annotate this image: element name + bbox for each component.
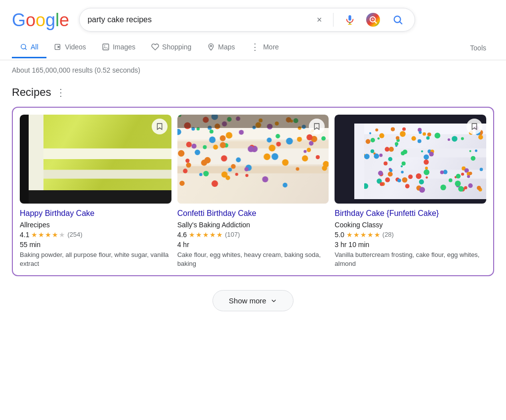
card-2-rating-count: (107) — [225, 231, 240, 238]
card-2-rating: 4.6 ★ ★ ★ ★ ★ (107) — [177, 231, 329, 239]
more-dots-icon: ⋮ — [251, 42, 260, 52]
card-3-time: 3 hr 10 min — [335, 241, 486, 249]
tools-button[interactable]: Tools — [462, 38, 494, 58]
svg-rect-0 — [348, 15, 351, 21]
tab-shopping-label: Shopping — [162, 43, 191, 51]
clear-button[interactable]: × — [314, 15, 324, 25]
cards-container: Happy Birthday Cake Allrecipes 4.1 ★ ★ ★… — [12, 107, 494, 276]
card-3-source: Cooking Classy — [335, 221, 486, 229]
cake1-canvas — [20, 115, 171, 204]
star-1-1: ★ — [31, 231, 38, 239]
tab-more[interactable]: ⋮ More — [243, 36, 287, 60]
card-3-rating-value: 5.0 — [335, 231, 344, 239]
card-1-ingredients: Baking powder, all purpose flour, white … — [20, 251, 171, 268]
recipe-card-1[interactable]: Happy Birthday Cake Allrecipes 4.1 ★ ★ ★… — [20, 115, 171, 268]
card-1-image — [20, 115, 171, 204]
card-1-stars: ★ ★ ★ ★ ★ — [31, 231, 65, 239]
nav-tabs: All Videos Images Shopping Maps ⋮ More T… — [0, 36, 506, 60]
logo-letter-o1: o — [26, 10, 36, 30]
star-2-4: ★ — [210, 231, 216, 239]
recipe-card-3[interactable]: Birthday Cake {Funfetti Cake} Cooking Cl… — [335, 115, 486, 268]
tab-maps[interactable]: Maps — [199, 37, 243, 58]
svg-rect-12 — [103, 44, 109, 50]
card-2-source: Sally's Baking Addiction — [177, 221, 329, 229]
cake3-canvas — [335, 115, 486, 204]
bookmark-button-1[interactable] — [152, 119, 168, 134]
recipe-card-2[interactable]: Confetti Birthday Cake Sally's Baking Ad… — [177, 115, 329, 268]
card-3-title[interactable]: Birthday Cake {Funfetti Cake} — [335, 209, 486, 219]
logo-letter-g2: g — [45, 10, 55, 30]
logo-letter-g: G — [12, 10, 26, 30]
star-3-5: ★ — [374, 231, 380, 239]
recipes-header: Recipes ⋮ — [12, 86, 494, 99]
search-icon — [392, 14, 403, 25]
results-count: About 165,000,000 results (0.52 seconds) — [12, 66, 140, 74]
card-1-rating-count: (254) — [67, 231, 82, 238]
voice-search-button[interactable] — [342, 12, 357, 27]
card-2-rating-value: 4.6 — [177, 231, 187, 239]
card-1-rating-value: 4.1 — [20, 231, 29, 239]
search-input[interactable] — [87, 15, 314, 24]
tab-maps-label: Maps — [218, 43, 235, 51]
svg-point-14 — [211, 45, 212, 46]
logo-letter-l: l — [55, 10, 59, 30]
card-1-rating: 4.1 ★ ★ ★ ★ ★ (254) — [20, 231, 171, 239]
mic-icon — [344, 14, 355, 25]
tab-images-label: Images — [113, 43, 135, 51]
tab-images[interactable]: Images — [94, 37, 143, 58]
tab-shopping[interactable]: Shopping — [143, 37, 199, 58]
tab-all[interactable]: All — [12, 37, 46, 58]
star-2-1: ★ — [189, 231, 195, 239]
svg-line-4 — [375, 21, 377, 23]
cake2-canvas — [177, 115, 329, 204]
shopping-tab-icon — [151, 43, 159, 51]
search-bar-icons: × — [314, 11, 407, 29]
star-1-4: ★ — [52, 231, 58, 239]
card-3-ingredients: Vanilla buttercream frosting, cake flour… — [335, 251, 486, 268]
bookmark-icon-1 — [156, 123, 164, 130]
bookmark-button-3[interactable] — [466, 119, 482, 134]
recipes-more-options-icon[interactable]: ⋮ — [56, 86, 66, 98]
logo-letter-e: e — [59, 10, 69, 30]
star-1-3: ★ — [45, 231, 51, 239]
tab-videos-label: Videos — [65, 43, 86, 51]
divider — [333, 13, 334, 27]
card-1-title[interactable]: Happy Birthday Cake — [20, 209, 171, 219]
svg-point-13 — [104, 45, 105, 46]
search-bar[interactable]: × — [79, 8, 415, 32]
chevron-down-icon — [270, 297, 277, 304]
video-tab-icon — [54, 43, 62, 51]
recipes-title: Recipes — [12, 86, 51, 99]
card-3-rating: 5.0 ★ ★ ★ ★ ★ (28) — [335, 231, 486, 239]
tab-all-label: All — [31, 43, 39, 51]
card-1-source: Allrecipes — [20, 221, 171, 229]
lens-button[interactable] — [364, 11, 382, 29]
card-3-image — [335, 115, 486, 204]
bookmark-icon-2 — [313, 123, 321, 130]
show-more-button[interactable]: Show more — [212, 290, 294, 311]
svg-marker-11 — [57, 45, 60, 48]
star-3-3: ★ — [360, 231, 367, 239]
bookmark-icon-3 — [470, 123, 478, 130]
card-3-stars: ★ ★ ★ ★ ★ — [346, 231, 380, 239]
star-3-1: ★ — [346, 231, 353, 239]
tab-more-label: More — [263, 43, 279, 51]
star-3-2: ★ — [353, 231, 360, 239]
card-2-image — [177, 115, 329, 204]
show-more-label: Show more — [229, 296, 266, 305]
search-button[interactable] — [389, 11, 407, 29]
card-2-ingredients: Cake flour, egg whites, heavy cream, bak… — [177, 251, 329, 268]
star-1-5: ★ — [59, 231, 65, 239]
card-2-stars: ★ ★ ★ ★ ★ — [189, 231, 223, 239]
card-2-title[interactable]: Confetti Birthday Cake — [177, 209, 329, 219]
star-2-5: ★ — [216, 231, 223, 239]
card-2-time: 4 hr — [177, 241, 329, 249]
recipes-section: Recipes ⋮ Happy Birthday Cake Allrecipes… — [0, 78, 506, 327]
images-tab-icon — [102, 43, 110, 51]
results-info: About 165,000,000 results (0.52 seconds) — [0, 60, 506, 78]
card-3-rating-count: (28) — [382, 231, 394, 238]
star-1-2: ★ — [38, 231, 44, 239]
lens-icon — [366, 13, 380, 27]
tab-videos[interactable]: Videos — [46, 37, 94, 58]
search-tab-icon — [20, 43, 28, 51]
